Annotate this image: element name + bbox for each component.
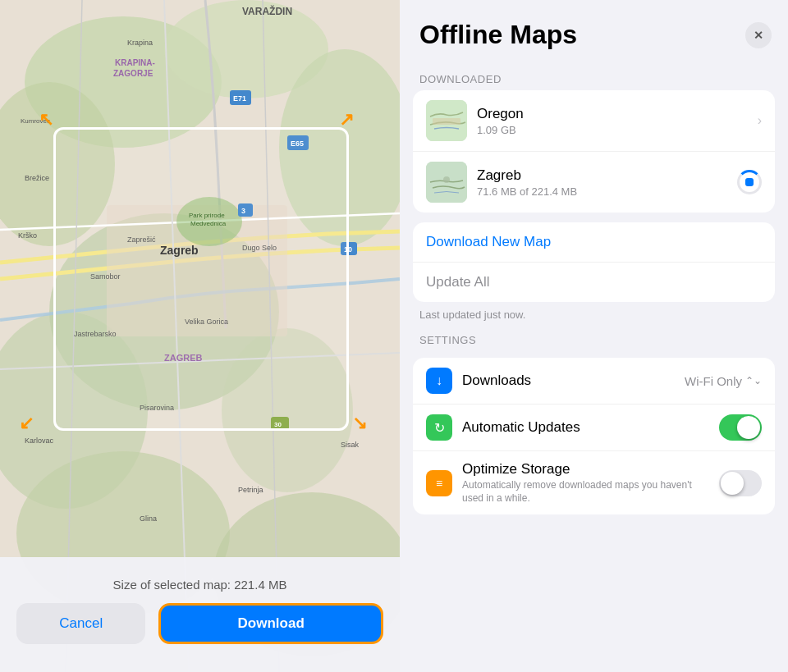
resize-handle-bottom-left[interactable]: ↙ [11,409,41,438]
downloaded-maps-card: Oregon 1.09 GB › Zagreb 71.6 MB of 221.4… [413,90,775,213]
svg-text:KRAPINA-: KRAPINA- [115,58,155,67]
panel-title: Offline Maps [419,20,577,50]
panel-header: Offline Maps ✕ [400,0,788,63]
svg-text:E71: E71 [233,94,246,103]
zagreb-map-item[interactable]: Zagreb 71.6 MB of 221.4 MB [413,152,775,213]
oregon-name: Oregon [477,106,748,122]
automatic-updates-icon: ↻ [426,414,452,441]
svg-text:Sisak: Sisak [341,441,360,449]
svg-text:VARAŽDIN: VARAŽDIN [242,5,292,17]
automatic-updates-toggle[interactable] [719,414,762,441]
offline-maps-panel: Offline Maps ✕ Downloaded Oregon 1.09 GB… [400,0,788,672]
update-all-item: Update All [413,263,775,302]
optimize-storage-label: Optimize Storage [462,461,709,478]
svg-text:Krapina: Krapina [127,39,153,47]
oregon-size: 1.09 GB [477,124,748,136]
close-button[interactable]: ✕ [745,22,772,48]
svg-text:Brežice: Brežice [25,174,49,182]
zagreb-name: Zagreb [477,167,727,184]
zagreb-download-progress [737,170,762,194]
map-selection-box [53,127,349,431]
settings-section-label: Settings [400,324,788,351]
zagreb-info: Zagreb 71.6 MB of 221.4 MB [477,167,727,198]
downloads-value-text: Wi-Fi Only [685,374,742,388]
map-bottom-bar: Size of selected map: 221.4 MB Cancel Do… [0,557,400,672]
cancel-button[interactable]: Cancel [16,603,145,644]
oregon-chevron-icon: › [758,113,762,128]
last-updated-text: Last updated just now. [400,302,788,324]
settings-card: ↓ Downloads Wi-Fi Only ⌃⌄ ↻ Automatic Up… [413,358,775,514]
optimize-storage-setting-item[interactable]: ≡ Optimize Storage Automatically remove … [413,451,775,514]
svg-text:Petrinja: Petrinja [238,486,263,494]
oregon-thumbnail [426,100,467,141]
optimize-storage-description: Automatically remove downloaded maps you… [462,479,709,505]
svg-text:Glina: Glina [140,514,157,523]
oregon-map-item[interactable]: Oregon 1.09 GB › [413,90,775,152]
svg-text:Krško: Krško [18,231,37,240]
downloads-setting-item[interactable]: ↓ Downloads Wi-Fi Only ⌃⌄ [413,358,775,405]
svg-point-51 [443,176,450,183]
zagreb-thumbnail [426,162,467,203]
map-actions-card: Download New Map Update All [413,222,775,302]
svg-rect-49 [433,118,460,125]
download-button[interactable]: Download [158,603,383,644]
download-new-map-link[interactable]: Download New Map [426,234,762,250]
downloads-icon: ↓ [426,368,452,394]
map-action-buttons: Cancel Download [16,603,383,644]
automatic-updates-info: Automatic Updates [462,419,709,436]
optimize-storage-toggle-thumb [721,472,744,495]
automatic-updates-label: Automatic Updates [462,419,709,436]
downloads-info: Downloads [462,373,675,389]
resize-handle-bottom-right[interactable]: ↘ [345,409,374,438]
resize-handle-top-right[interactable]: ↗ [332,105,361,135]
downloads-label: Downloads [462,373,675,389]
downloaded-section-label: Downloaded [400,63,788,90]
update-all-label: Update All [426,274,490,290]
downloads-value[interactable]: Wi-Fi Only ⌃⌄ [685,374,762,388]
svg-text:ZAGORJE: ZAGORJE [113,69,153,78]
download-new-map-item[interactable]: Download New Map [413,222,775,263]
map-panel: Zagreb Brežice Krapina Krško Karlovac Si… [0,0,400,672]
map-size-text: Size of selected map: 221.4 MB [113,578,287,592]
downloads-chevron-icon: ⌃⌄ [745,375,762,386]
optimize-storage-info: Optimize Storage Automatically remove do… [462,461,709,505]
zagreb-progress-stop-icon [745,178,754,186]
automatic-updates-setting-item[interactable]: ↻ Automatic Updates [413,405,775,451]
resize-handle-top-left[interactable]: ↖ [31,105,61,135]
automatic-updates-toggle-thumb [737,416,760,439]
optimize-storage-toggle[interactable] [719,470,762,496]
oregon-info: Oregon 1.09 GB [477,106,748,136]
zagreb-size: 71.6 MB of 221.4 MB [477,185,727,198]
optimize-storage-icon: ≡ [426,470,452,496]
